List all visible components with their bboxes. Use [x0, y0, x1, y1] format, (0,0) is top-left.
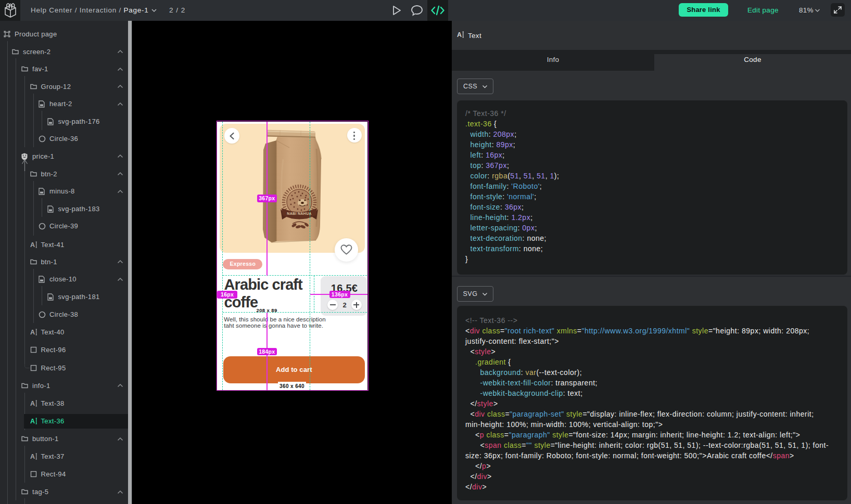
svg-text:A: A	[30, 329, 35, 335]
svg-text:A: A	[30, 453, 35, 460]
svg-text:A: A	[30, 418, 35, 424]
svg-text:A: A	[30, 400, 35, 407]
svg-text:A: A	[457, 31, 462, 38]
svg-text:A: A	[30, 241, 35, 248]
